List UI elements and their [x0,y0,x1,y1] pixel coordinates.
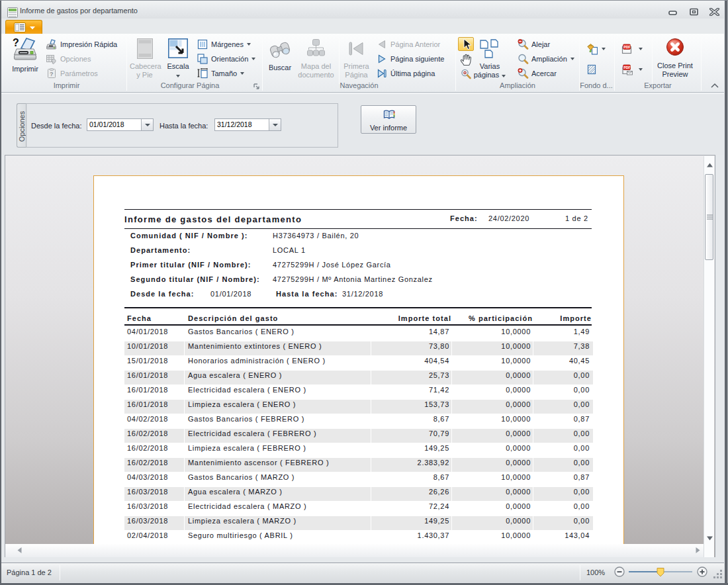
svg-text:?: ? [13,37,19,48]
svg-text:?: ? [50,71,54,77]
svg-text:PDF: PDF [623,45,630,49]
svg-text:PDF: PDF [623,66,630,69]
